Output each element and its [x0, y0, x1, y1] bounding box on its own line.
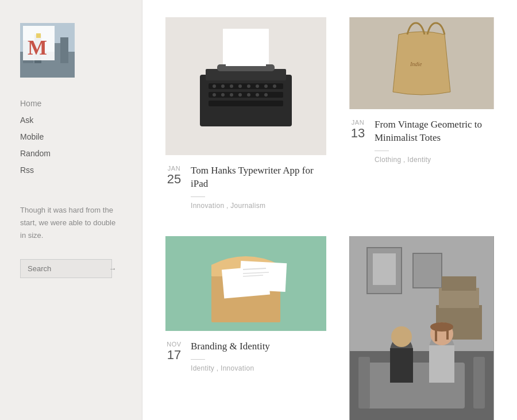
post-date-tote: Jan 13 From Vintage Geometric to Minimal… — [349, 118, 494, 164]
site-logo[interactable]: M — [20, 23, 75, 78]
svg-rect-32 — [226, 32, 266, 66]
post-title-typewriter[interactable]: Tom Hanks Typewriter App for iPad — [191, 164, 326, 191]
post-info-typewriter: Tom Hanks Typewriter App for iPad Innova… — [191, 164, 326, 210]
date-day-branding: 17 — [165, 349, 183, 361]
post-title-tote[interactable]: From Vintage Geometric to Minimalist Tot… — [375, 118, 494, 145]
svg-rect-62 — [446, 327, 449, 340]
svg-rect-47 — [413, 253, 442, 288]
post-divider-tote — [375, 151, 389, 151]
svg-point-18 — [230, 84, 233, 88]
search-arrow-icon: → — [109, 264, 116, 273]
svg-point-27 — [238, 93, 242, 97]
svg-rect-59 — [429, 345, 454, 383]
svg-point-28 — [247, 93, 250, 97]
svg-point-23 — [273, 84, 276, 88]
date-block-typewriter: Jan 25 — [165, 164, 183, 186]
post-divider-typewriter — [191, 196, 205, 197]
post-info-branding: Branding & Identity Identity , Innovatio… — [191, 340, 326, 372]
date-day-tote: 13 — [349, 127, 366, 140]
search-form: → — [20, 259, 122, 278]
post-image-tote[interactable]: Indie — [349, 17, 494, 109]
post-divider-branding — [191, 359, 205, 360]
svg-rect-61 — [435, 327, 437, 341]
search-input[interactable] — [20, 259, 112, 278]
svg-point-60 — [430, 322, 453, 332]
svg-point-55 — [391, 326, 412, 347]
svg-point-21 — [256, 84, 259, 88]
svg-rect-14 — [209, 92, 283, 98]
post-date-branding: Nov 17 Branding & Identity Identity , In… — [165, 340, 326, 372]
svg-rect-49 — [439, 288, 479, 308]
svg-rect-15 — [209, 101, 283, 106]
date-block-branding: Nov 17 — [165, 340, 183, 361]
svg-point-24 — [213, 93, 216, 97]
svg-point-22 — [264, 84, 268, 88]
nav-mobile[interactable]: Mobile — [20, 131, 122, 143]
svg-rect-8 — [36, 33, 41, 38]
svg-rect-52 — [358, 357, 370, 409]
date-day-typewriter: 25 — [165, 173, 183, 186]
main-content: Jan 25 Tom Hanks Typewriter App for iPad… — [142, 0, 517, 420]
svg-point-25 — [221, 93, 225, 97]
post-title-branding[interactable]: Branding & Identity — [191, 340, 326, 353]
post-date-typewriter: Jan 25 Tom Hanks Typewriter App for iPad… — [165, 164, 326, 210]
post-typewriter: Jan 25 Tom Hanks Typewriter App for iPad… — [165, 17, 326, 213]
svg-point-26 — [230, 93, 233, 97]
svg-point-19 — [238, 84, 242, 88]
sidebar-tagline: Though it was hard from the start, we we… — [20, 204, 122, 242]
post-categories-branding: Identity , Innovation — [191, 364, 326, 372]
nav-ask[interactable]: Ask — [20, 114, 122, 126]
svg-rect-13 — [209, 83, 283, 89]
post-categories-typewriter: Innovation , Journalism — [191, 202, 326, 210]
svg-point-16 — [213, 84, 216, 88]
svg-rect-46 — [373, 253, 396, 285]
post-tote: Indie Jan 13 From Vintage Geometric to M… — [349, 17, 494, 213]
svg-rect-50 — [442, 276, 476, 291]
search-button[interactable]: → — [103, 259, 122, 278]
post-branding: Nov 17 Branding & Identity Identity , In… — [165, 236, 326, 420]
nav-random[interactable]: Random — [20, 148, 122, 160]
svg-rect-56 — [390, 348, 413, 383]
nav-home[interactable]: Home — [20, 98, 122, 110]
svg-point-29 — [256, 93, 259, 97]
svg-text:Indie: Indie — [410, 61, 422, 67]
post-categories-tote: Clothing , Identity — [375, 156, 494, 164]
sidebar: M Home Ask Mobile Random Rss Though it w… — [0, 0, 142, 420]
nav-rss[interactable]: Rss — [20, 164, 122, 176]
post-info-tote: From Vintage Geometric to Minimalist Tot… — [375, 118, 494, 164]
svg-point-30 — [264, 93, 268, 97]
svg-rect-5 — [60, 37, 68, 63]
post-couple — [349, 236, 494, 420]
svg-rect-53 — [473, 357, 485, 409]
post-image-branding[interactable] — [165, 236, 326, 331]
post-image-typewriter[interactable] — [165, 17, 326, 155]
date-block-tote: Jan 13 — [349, 118, 366, 140]
svg-point-17 — [221, 84, 225, 88]
post-image-couple[interactable] — [349, 236, 494, 420]
sidebar-nav: Home Ask Mobile Random Rss — [20, 98, 122, 181]
svg-text:M: M — [28, 36, 47, 59]
svg-point-20 — [247, 84, 250, 88]
